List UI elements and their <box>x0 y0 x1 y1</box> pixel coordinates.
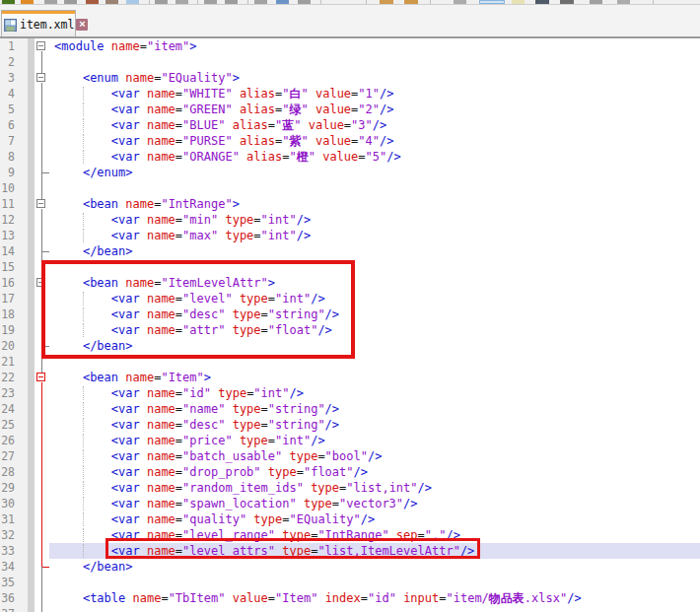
code-text[interactable]: </enum> <box>49 165 700 180</box>
code-text[interactable]: <var name="level" type="int"/> <box>49 291 700 306</box>
code-text[interactable]: <var name="quality" type="EQuality"/> <box>49 511 700 527</box>
toolbar-icon-fragment <box>366 0 367 4</box>
code-text[interactable]: <var name="level_range" type="IntRange" … <box>49 527 700 543</box>
line-number: 18 <box>0 306 28 322</box>
code-line: 12 <var name="min" type="int"/> <box>0 212 700 228</box>
fold-toggle-icon[interactable] <box>36 73 45 82</box>
toolbar-icon-fragment <box>204 0 217 4</box>
code-line: 17 <var name="level" type="int"/> <box>0 291 700 306</box>
code-text[interactable]: </bean> <box>49 338 700 354</box>
fold-margin-cell[interactable] <box>35 196 49 212</box>
code-text[interactable]: <bean name="ItemLevelAttr"> <box>49 275 700 291</box>
fold-toggle-icon[interactable] <box>36 373 45 381</box>
indent-guide <box>83 87 84 101</box>
fold-margin-cell <box>35 291 49 306</box>
tab-title: item.xml <box>20 18 74 32</box>
line-number: 34 <box>0 559 28 575</box>
code-text[interactable]: </bean> <box>49 559 700 575</box>
fold-toggle-icon[interactable] <box>36 278 45 287</box>
code-text[interactable]: <var name="desc" type="string"/> <box>49 417 700 433</box>
fold-margin-cell <box>35 354 49 370</box>
toolbar-icon-fragment <box>479 0 505 4</box>
code-text[interactable]: <var name="BLUE" alias="蓝" value="3"/> <box>49 117 700 133</box>
code-text[interactable] <box>49 606 700 612</box>
fold-margin-cell <box>35 480 49 496</box>
tab-item-xml[interactable]: item.xml × <box>1 10 76 36</box>
code-text[interactable]: <var name="GREEN" alias="绿" value="2"/> <box>49 102 700 117</box>
code-text[interactable] <box>49 259 700 275</box>
fold-toggle-icon[interactable] <box>36 41 45 50</box>
line-number: 25 <box>0 417 28 433</box>
saved-file-icon <box>4 19 17 32</box>
code-text[interactable]: <var name="desc" type="string"/> <box>49 306 700 322</box>
code-text[interactable] <box>49 54 700 70</box>
code-text[interactable]: <var name="ORANGE" alias="橙" value="5"/> <box>49 149 700 165</box>
code-line: 3 <enum name="EQuality"> <box>0 70 700 86</box>
fold-margin-cell <box>35 165 49 180</box>
fold-margin-cell <box>35 385 49 401</box>
line-number: 24 <box>0 401 28 417</box>
code-text[interactable]: <var name="id" type="int"/> <box>49 385 700 401</box>
indent-guide <box>83 307 84 321</box>
fold-margin-cell <box>35 590 49 606</box>
bookmark-margin <box>28 448 35 464</box>
line-number: 31 <box>0 511 28 527</box>
toolbar-icon-fragment <box>380 0 393 4</box>
code-text[interactable]: </bean> <box>49 243 700 259</box>
code-text[interactable]: <var name="batch_usable" type="bool"/> <box>49 448 700 464</box>
toolbar-icon-fragment <box>225 0 238 4</box>
line-number: 8 <box>0 149 28 165</box>
code-text[interactable] <box>49 180 700 196</box>
fold-margin-cell <box>35 102 49 117</box>
bookmark-margin <box>28 417 35 433</box>
code-text[interactable]: <module name="item"> <box>49 38 700 54</box>
code-text[interactable]: <var name="spawn_location" type="vector3… <box>49 496 700 511</box>
code-text[interactable]: <var name="PURSE" alias="紫" value="4"/> <box>49 133 700 149</box>
bookmark-margin <box>28 433 35 448</box>
fold-margin-cell[interactable] <box>35 70 49 86</box>
fold-margin-cell[interactable] <box>35 370 49 385</box>
bookmark-margin <box>28 38 35 54</box>
fold-margin-cell <box>35 606 49 612</box>
fold-toggle-icon[interactable] <box>36 199 45 208</box>
code-text[interactable] <box>49 354 700 370</box>
bookmark-margin <box>28 338 35 354</box>
fold-margin-cell <box>35 259 49 275</box>
fold-margin-cell <box>35 527 49 543</box>
code-text[interactable]: <var name="WHITE" alias="白" value="1"/> <box>49 86 700 102</box>
code-text[interactable]: <bean name="Item"> <box>49 370 700 385</box>
code-text[interactable]: <var name="max" type="int"/> <box>49 228 700 243</box>
code-text[interactable]: <var name="price" type="int"/> <box>49 433 700 448</box>
code-line: 9 </enum> <box>0 165 700 180</box>
fold-margin-cell[interactable] <box>35 275 49 291</box>
code-text[interactable]: <var name="drop_prob" type="float"/> <box>49 464 700 480</box>
line-number: 22 <box>0 370 28 385</box>
indent-guide <box>83 497 84 510</box>
fold-margin-cell[interactable] <box>35 38 49 54</box>
line-number: 4 <box>0 86 28 102</box>
fold-margin-cell <box>35 496 49 511</box>
code-text[interactable]: <enum name="EQuality"> <box>49 70 700 86</box>
code-text[interactable]: <var name="min" type="int"/> <box>49 212 700 228</box>
line-number: 27 <box>0 448 28 464</box>
toolbar-icon-fragment <box>21 0 34 4</box>
editor[interactable]: 1<module name="item">23 <enum name="EQua… <box>0 38 700 612</box>
close-icon[interactable]: × <box>76 19 88 31</box>
code-line: 20 </bean> <box>0 338 700 354</box>
code-line: 5 <var name="GREEN" alias="绿" value="2"/… <box>0 102 700 117</box>
code-text[interactable] <box>49 575 700 590</box>
code-text[interactable]: <var name="name" type="string"/> <box>49 401 700 417</box>
line-number: 10 <box>0 180 28 196</box>
code-text[interactable]: <table name="TbItem" value="Item" index=… <box>49 590 700 606</box>
code-text-current-line[interactable]: <var name="level_attrs" type="list,ItemL… <box>49 543 700 559</box>
line-number: 30 <box>0 496 28 511</box>
code-text[interactable]: <var name="random_item_ids" type="list,i… <box>49 480 700 496</box>
toolbar-icon-fragment <box>535 0 549 4</box>
line-number: 23 <box>0 385 28 401</box>
code-line: 6 <var name="BLUE" alias="蓝" value="3"/> <box>0 117 700 133</box>
code-text[interactable]: <bean name="IntRange"> <box>49 196 700 212</box>
code-text[interactable]: <var name="attr" type="float"/> <box>49 322 700 338</box>
toolbar-icon-fragment <box>44 0 57 4</box>
bookmark-margin <box>28 180 35 196</box>
bookmark-margin <box>28 196 35 212</box>
